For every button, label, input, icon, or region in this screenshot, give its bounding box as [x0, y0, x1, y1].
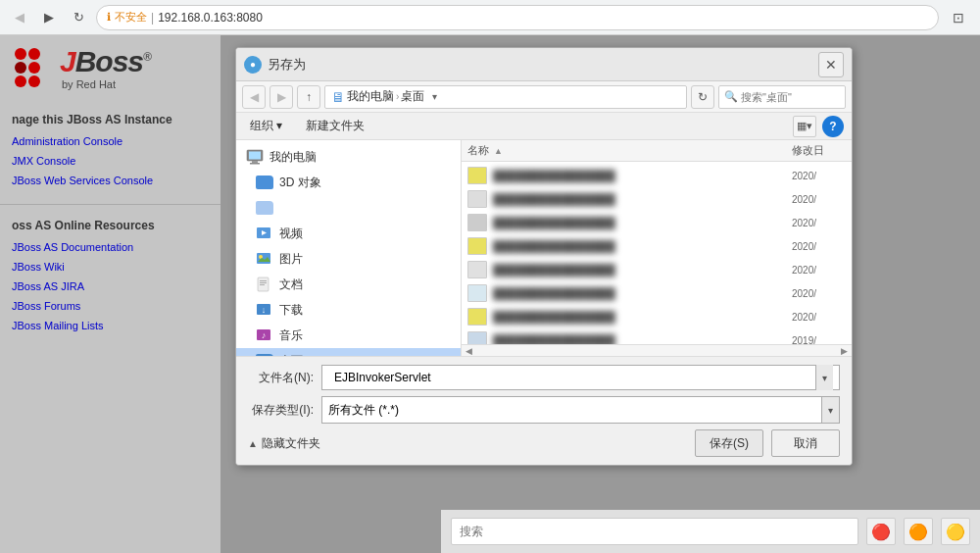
browser-action-button[interactable]: ⊡: [945, 4, 972, 31]
bottom-icon-btn-3[interactable]: 🟡: [941, 518, 970, 545]
path-bar: 🖥 我的电脑 › 桌面 ▾: [324, 85, 687, 109]
back-button[interactable]: ◀: [8, 6, 31, 29]
address-bar[interactable]: ℹ 不安全 | 192.168.0.163:8080: [96, 5, 939, 30]
svg-rect-10: [260, 282, 267, 283]
file-item[interactable]: ████████████████ 2020/: [462, 164, 852, 187]
svg-rect-11: [260, 284, 265, 285]
new-folder-label: 新建文件夹: [306, 118, 365, 134]
filetype-field: 保存类型(I): 所有文件 (*.*) ▾: [248, 396, 840, 424]
dialog-refresh-button[interactable]: ↻: [691, 85, 714, 109]
dialog-close-button[interactable]: ✕: [818, 52, 844, 77]
file-items: ████████████████ 2020/ ████████████████ …: [462, 162, 852, 344]
save-button[interactable]: 保存(S): [695, 429, 763, 457]
cancel-button[interactable]: 取消: [771, 429, 840, 457]
path-desktop[interactable]: 桌面: [401, 88, 424, 105]
tree-item-desktop[interactable]: 桌面: [236, 348, 461, 356]
forums-link[interactable]: JBoss Forums: [12, 297, 209, 317]
logo-j: J: [60, 45, 75, 77]
dot-7: [15, 75, 26, 87]
manage-title: nage this JBoss AS Instance: [12, 113, 209, 126]
tree-item-mypc[interactable]: 我的电脑: [236, 144, 461, 170]
page-content: JBoss® by Red Hat nage this JBoss AS Ins…: [0, 35, 980, 553]
tree-item-3d[interactable]: 3D 对象: [236, 170, 461, 195]
sidebar-resources-section: oss AS Online Resources JBoss AS Documen…: [0, 211, 220, 343]
path-sep1: ›: [396, 91, 399, 102]
wiki-link[interactable]: JBoss Wiki: [12, 258, 209, 277]
organize-menu[interactable]: 组织 ▾: [244, 116, 288, 136]
forward-button[interactable]: ▶: [37, 6, 61, 29]
file-date-2: 2020/: [792, 194, 846, 205]
dialog-title-icon: ●: [244, 56, 262, 74]
scroll-indicator: ◀ ▶: [462, 344, 852, 356]
view-button[interactable]: ▦ ▾: [793, 116, 816, 137]
file-date-5: 2020/: [792, 265, 846, 276]
hidden-folder-toggle[interactable]: ▲ 隐藏文件夹: [248, 435, 320, 452]
svg-text:↓: ↓: [262, 305, 267, 315]
col-date-header[interactable]: 修改日: [792, 143, 846, 158]
logo-boss: Boss: [75, 45, 143, 77]
tree-item-downloads[interactable]: ↓ 下载: [236, 297, 461, 323]
file-thumb-7: [467, 308, 487, 326]
file-name-6: ████████████████: [493, 287, 786, 299]
file-thumb-8: [467, 331, 487, 344]
file-item[interactable]: ████████████████ 2019/: [462, 328, 852, 344]
tree-item-videos[interactable]: 视频: [236, 221, 461, 246]
dot-9: [42, 75, 54, 87]
new-folder-btn[interactable]: 新建文件夹: [300, 116, 370, 136]
dialog-up-button[interactable]: ↑: [297, 85, 320, 109]
manage-links: Administration Console JMX Console JBoss…: [12, 132, 209, 190]
bottom-search-input[interactable]: [451, 518, 858, 545]
bottom-icon-btn-2[interactable]: 🟠: [904, 518, 933, 545]
jmx-console-link[interactable]: JMX Console: [12, 152, 209, 172]
tree-item-pictures[interactable]: 图片: [236, 246, 461, 272]
file-name-7: ████████████████: [493, 311, 786, 323]
file-item[interactable]: ████████████████ 2020/: [462, 305, 852, 328]
scroll-left-arrow[interactable]: ◀: [466, 346, 472, 356]
scroll-right-arrow[interactable]: ▶: [841, 346, 848, 356]
tree-item-docs[interactable]: 文档: [236, 272, 461, 297]
file-item[interactable]: ████████████████ 2020/: [462, 234, 852, 258]
folder-3d-icon: [256, 176, 273, 189]
file-thumb-5: [467, 261, 487, 278]
jboss-ws-link[interactable]: JBoss Web Services Console: [12, 172, 209, 191]
dialog-body: 我的电脑 3D 对象: [236, 140, 852, 356]
filename-dropdown[interactable]: ▾: [815, 365, 833, 390]
logo-trademark: ®: [143, 50, 151, 64]
mailing-link[interactable]: JBoss Mailing Lists: [12, 317, 209, 336]
col-name-header[interactable]: 名称 ▲: [467, 143, 792, 158]
reload-button[interactable]: ↻: [67, 6, 90, 29]
path-dropdown-button[interactable]: ▾: [426, 89, 442, 105]
file-item[interactable]: ████████████████ 2020/: [462, 187, 852, 211]
sort-icon: ▲: [494, 146, 503, 156]
filename-input[interactable]: [328, 366, 815, 389]
file-thumb-2: [467, 190, 487, 208]
dot-1: [15, 48, 26, 60]
bottom-icon-btn-1[interactable]: 🔴: [866, 518, 896, 545]
tree-item-music[interactable]: ♪ 音乐: [236, 323, 461, 348]
dialog-back-button[interactable]: ◀: [242, 85, 266, 109]
tree-item-blank[interactable]: [236, 195, 461, 221]
path-pc[interactable]: 我的电脑: [347, 88, 394, 105]
tree-videos-label: 视频: [279, 226, 303, 242]
dialog-forward-button[interactable]: ▶: [270, 85, 293, 109]
dialog-toolbar: ◀ ▶ ↑ 🖥 我的电脑 › 桌面 ▾ ↻ 🔍: [236, 81, 852, 113]
filetype-dropdown[interactable]: ▾: [821, 397, 839, 423]
sidebar: JBoss® by Red Hat nage this JBoss AS Ins…: [0, 35, 220, 553]
file-item[interactable]: ████████████████ 2020/: [462, 211, 852, 234]
dot-4: [15, 62, 26, 74]
doc-link[interactable]: JBoss AS Documentation: [12, 238, 209, 258]
resources-title: oss AS Online Resources: [12, 219, 209, 232]
tree-3d-label: 3D 对象: [279, 175, 321, 191]
dialog-bottom: 文件名(N): ▾ 保存类型(I): 所有文件 (*.*) ▾: [236, 356, 852, 465]
file-thumb-1: [467, 167, 487, 184]
dot-3: [42, 48, 54, 60]
help-button[interactable]: ?: [822, 116, 844, 137]
downloads-icon: ↓: [256, 301, 273, 319]
admin-console-link[interactable]: Administration Console: [12, 132, 209, 152]
file-item[interactable]: ████████████████ 2020/: [462, 281, 852, 305]
search-container: 🔍: [718, 85, 846, 109]
file-item[interactable]: ████████████████ 2020/: [462, 258, 852, 281]
jira-link[interactable]: JBoss AS JIRA: [12, 277, 209, 297]
filetype-input-wrapper: 所有文件 (*.*) ▾: [321, 396, 840, 424]
file-date-8: 2019/: [792, 335, 846, 345]
